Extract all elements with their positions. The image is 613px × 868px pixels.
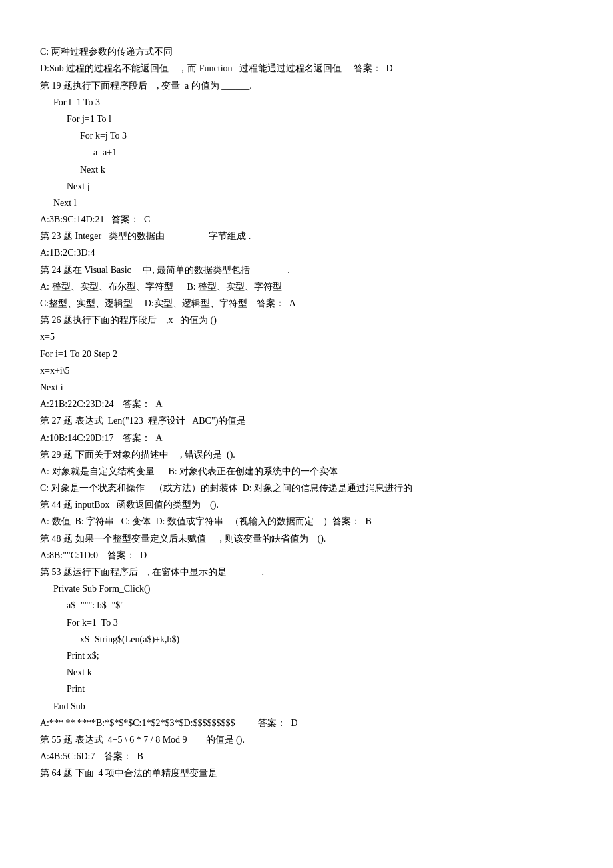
text-line: Print xyxy=(40,681,573,697)
text-line: x=x+i\5 xyxy=(40,362,573,379)
text-line: For j=1 To l xyxy=(40,111,573,127)
text-line: End Sub xyxy=(40,698,573,715)
text-line: A: 数值 B: 字符串 C: 变体 D: 数值或字符串 （视输入的数据而定 ）… xyxy=(40,513,573,530)
text-line: Next l xyxy=(40,195,573,211)
text-line: C: 对象是一个状态和操作 （或方法）的封装体 D: 对象之间的信息传递是通过消… xyxy=(40,480,573,496)
text-line: 第 24 题在 Visual Basic 中, 最简单的数据类型包括 _____… xyxy=(40,262,573,278)
text-line: A: 整型、实型、布尔型、字符型 B: 整型、实型、字符型 xyxy=(40,278,573,295)
text-line: For k=j To 3 xyxy=(40,127,573,144)
text-line: 第 55 题 表达式 4+5 \ 6 * 7 / 8 Mod 9 的值是 (). xyxy=(40,731,573,748)
text-line: Next i xyxy=(40,379,573,396)
text-line: a$=""": b$="$" xyxy=(40,597,573,614)
text-line: 第 26 题执行下面的程序段后 ,x 的值为 () xyxy=(40,312,573,328)
text-line: C:整型、实型、逻辑型 D:实型、逻辑型、字符型 答案： A xyxy=(40,295,573,312)
text-line: Next j xyxy=(40,178,573,195)
main-content: C: 两种过程参数的传递方式不同D:Sub 过程的过程名不能返回值 ，而 Fun… xyxy=(40,27,573,781)
text-line: 第 64 题 下面 4 项中合法的单精度型变量是 xyxy=(40,765,573,781)
text-line: 第 27 题 表达式 Len("123 程序设计 ABC")的值是 xyxy=(40,412,573,429)
text-line: A:*** ** ****B:*$*$*$C:1*$2*$3*$D:$$$$$$… xyxy=(40,715,573,731)
text-line: A:21B:22C:23D:24 答案： A xyxy=(40,396,573,412)
text-line: x=5 xyxy=(40,328,573,345)
text-line: 第 48 题 如果一个整型变量定义后未赋值 , 则该变量的缺省值为 (). xyxy=(40,530,573,547)
text-line: a=a+1 xyxy=(40,144,573,161)
text-line: For k=1 To 3 xyxy=(40,614,573,631)
text-line: A:4B:5C:6D:7 答案： B xyxy=(40,748,573,765)
text-line: 第 53 题运行下面程序后 , 在窗体中显示的是 ______. xyxy=(40,564,573,580)
text-line: C: 两种过程参数的传递方式不同 xyxy=(40,43,573,60)
text-line: 第 23 题 Integer 类型的数据由 _ ______ 字节组成 . xyxy=(40,228,573,244)
text-line: Next k xyxy=(40,664,573,681)
text-line: 第 29 题 下面关于对象的描述中 , 错误的是 (). xyxy=(40,446,573,463)
text-line: x$=String$(Len(a$)+k,b$) xyxy=(40,631,573,648)
text-line: A: 对象就是自定义结构变量 B: 对象代表正在创建的系统中的一个实体 xyxy=(40,463,573,480)
text-line: A:1B:2C:3D:4 xyxy=(40,244,573,261)
text-line: A:8B:""C:1D:0 答案： D xyxy=(40,547,573,564)
text-line: Private Sub Form_Click() xyxy=(40,580,573,597)
text-line: 第 19 题执行下面程序段后 , 变量 a 的值为 ______. xyxy=(40,77,573,94)
text-line: For l=1 To 3 xyxy=(40,94,573,111)
text-line: 第 44 题 inputBox 函数返回值的类型为 (). xyxy=(40,496,573,513)
text-line: For i=1 To 20 Step 2 xyxy=(40,346,573,362)
text-line: Print x$; xyxy=(40,648,573,664)
text-line: D:Sub 过程的过程名不能返回值 ，而 Function 过程能通过过程名返回… xyxy=(40,60,573,77)
text-line: A:3B:9C:14D:21 答案： C xyxy=(40,211,573,228)
text-line: Next k xyxy=(40,161,573,178)
text-line: A:10B:14C:20D:17 答案： A xyxy=(40,430,573,446)
